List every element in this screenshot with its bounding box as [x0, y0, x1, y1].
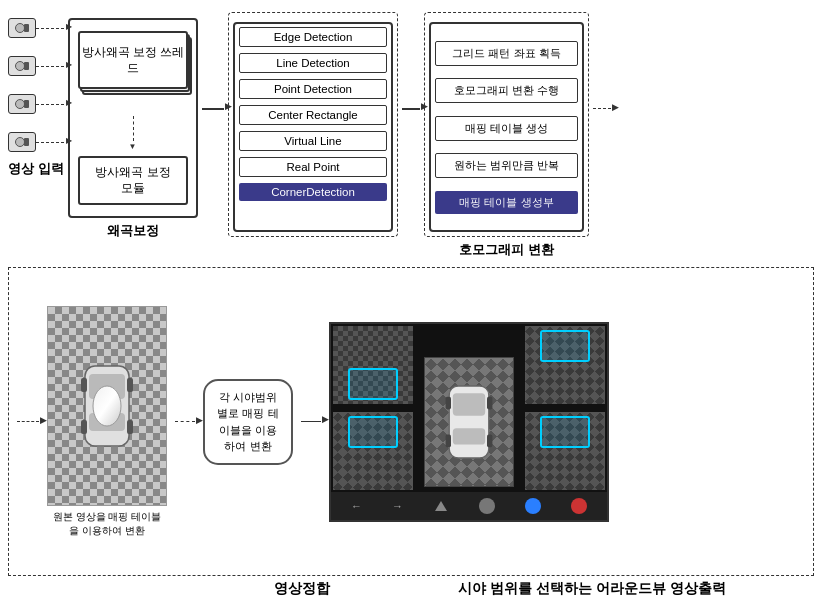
svg-rect-14	[487, 434, 492, 447]
arrow-homo-out: ▶	[593, 108, 611, 109]
center-car-svg	[439, 377, 499, 467]
camera-row-4	[8, 132, 64, 152]
cam-side	[24, 138, 29, 146]
svg-rect-6	[127, 420, 133, 434]
camera-icon	[8, 18, 36, 38]
detection-virtual: Virtual Line	[239, 131, 387, 151]
thread-stack: 방사왜곡 보정 쓰레드	[78, 31, 188, 101]
ctrl-left[interactable]: ←	[351, 500, 362, 512]
dash-arrow	[36, 66, 64, 67]
camera-icon	[8, 56, 36, 76]
homography-section: 그리드 패턴 좌표 획득 호모그래피 변환 수행 매핑 테이블 생성 원하는 범…	[424, 8, 589, 259]
svg-marker-15	[435, 501, 447, 511]
car-image	[47, 306, 167, 506]
mountain-icon	[433, 499, 449, 513]
ctrl-refresh[interactable]	[525, 498, 541, 514]
mapping-gen-label: 매핑 테이블 생성부	[435, 191, 578, 214]
homography-box: 그리드 패턴 좌표 획득 호모그래피 변환 수행 매핑 테이블 생성 원하는 범…	[429, 22, 584, 232]
svg-rect-10	[453, 428, 485, 444]
solid-arrow-to-sv: ▶	[301, 421, 321, 423]
camera-row-3	[8, 94, 64, 114]
cam-overlay-br	[540, 416, 590, 448]
homo-repeat: 원하는 범위만큼 반복	[435, 153, 578, 178]
homography-dashed-wrap: 그리드 패턴 좌표 획득 호모그래피 변환 수행 매핑 테이블 생성 원하는 범…	[424, 12, 589, 237]
distortion-module-box: 방사왜곡 보정 모듈	[78, 156, 188, 204]
sv-controls: ← →	[331, 492, 607, 520]
camera-column	[8, 18, 64, 152]
dashed-in-line: ▶	[17, 421, 39, 422]
detection-point: Point Detection	[239, 79, 387, 99]
detection-dashed-wrap: Edge Detection Line Detection Point Dete…	[228, 12, 398, 237]
homo-grid: 그리드 패턴 좌표 획득	[435, 41, 578, 66]
car-image-label: 원본 영상을 매핑 테이블 을 이용하여 변환	[47, 510, 167, 538]
detection-real: Real Point	[239, 157, 387, 177]
label-imagemerge: 영상정합	[242, 580, 362, 598]
bottom-labels-row: 영상정합 시야 범위를 선택하는 어라운드뷰 영상출력	[8, 580, 814, 598]
car-top-svg	[77, 356, 137, 456]
distortion-section: 방사왜곡 보정 쓰레드 방사왜곡 보정 모듈 왜곡보정	[68, 8, 198, 240]
homography-label: 호모그래피 변환	[459, 241, 554, 259]
solid-line: ▶	[402, 108, 420, 110]
dash-arrow	[36, 104, 64, 105]
cameras-section: 영상 입력	[8, 8, 64, 178]
detection-corner: CornerDetection	[239, 183, 387, 201]
detection-line: Line Detection	[239, 53, 387, 73]
svg-rect-4	[127, 378, 133, 392]
distortion-thread-box: 방사왜곡 보정 쓰레드	[78, 31, 188, 89]
camera-row-1	[8, 18, 64, 38]
distortion-box: 방사왜곡 보정 쓰레드 방사왜곡 보정 모듈	[68, 18, 198, 218]
surround-view-section: ▲ 차량이 정상범위를 지나 최대 범위입니다. ← →	[329, 322, 609, 522]
detection-box: Edge Detection Line Detection Point Dete…	[233, 22, 393, 232]
main-container: 영상 입력 방사왜곡 보정 쓰레드 방사왜곡 보정 모듈 왜곡보정	[0, 0, 822, 606]
cameras-label: 영상 입력	[8, 160, 64, 178]
sv-top-left	[333, 326, 413, 404]
ctrl-right[interactable]: →	[392, 500, 403, 512]
camera-row-2	[8, 56, 64, 76]
dashed-arrow-out: ▶	[593, 108, 611, 109]
arrow-to-detection	[202, 108, 224, 110]
cam-overlay-tr	[540, 330, 590, 362]
bottom-in-arrow: ▶	[17, 421, 39, 422]
top-section: 영상 입력 방사왜곡 보정 쓰레드 방사왜곡 보정 모듈 왜곡보정	[8, 8, 814, 259]
sv-top-right	[525, 326, 605, 404]
sv-center	[424, 357, 514, 487]
camera-icon	[8, 94, 36, 114]
cam-side	[24, 24, 29, 32]
distortion-label: 왜곡보정	[107, 222, 159, 240]
cam-overlay-bl	[348, 416, 398, 448]
arrow-to-text: ▶	[175, 421, 195, 422]
transform-text-section: 각 시야범위 별로 매핑 테이블을 이용하여 변환	[203, 379, 293, 465]
arrow-to-homo: ▶	[402, 108, 420, 110]
down-arrow	[133, 116, 134, 141]
cam-overlay-tl	[348, 368, 398, 400]
svg-rect-5	[81, 420, 87, 434]
sv-bot-right	[525, 412, 605, 490]
ctrl-gear[interactable]	[479, 498, 495, 514]
ctrl-mountain[interactable]	[433, 499, 449, 513]
dash-arrow	[36, 28, 64, 29]
homo-transform: 호모그래피 변환 수행	[435, 78, 578, 103]
bottom-section: ▶	[8, 267, 814, 576]
sv-bot-left	[333, 412, 413, 490]
detection-center-rect: Center Rectangle	[239, 105, 387, 125]
svg-rect-12	[487, 396, 492, 409]
detection-section: Edge Detection Line Detection Point Dete…	[228, 8, 398, 247]
svg-point-7	[93, 386, 121, 426]
cam-side	[24, 100, 29, 108]
cam-side	[24, 62, 29, 70]
detection-edge: Edge Detection	[239, 27, 387, 47]
arrow-to-surround: ▶	[301, 421, 321, 423]
label-surround: 시야 범위를 선택하는 어라운드뷰 영상출력	[370, 580, 814, 598]
homo-mapping: 매핑 테이블 생성	[435, 116, 578, 141]
svg-rect-13	[446, 434, 451, 447]
surround-view-display: ▲ 차량이 정상범위를 지나 최대 범위입니다. ← →	[329, 322, 609, 522]
transform-text-box: 각 시야범위 별로 매핑 테이블을 이용하여 변환	[203, 379, 293, 465]
car-image-section: 원본 영상을 매핑 테이블 을 이용하여 변환	[47, 306, 167, 538]
ctrl-circle[interactable]	[571, 498, 587, 514]
dash-arrow	[36, 142, 64, 143]
svg-rect-3	[81, 378, 87, 392]
camera-icon	[8, 132, 36, 152]
svg-rect-11	[446, 396, 451, 409]
svg-rect-9	[453, 393, 485, 416]
dashed-line-mid: ▶	[175, 421, 195, 422]
